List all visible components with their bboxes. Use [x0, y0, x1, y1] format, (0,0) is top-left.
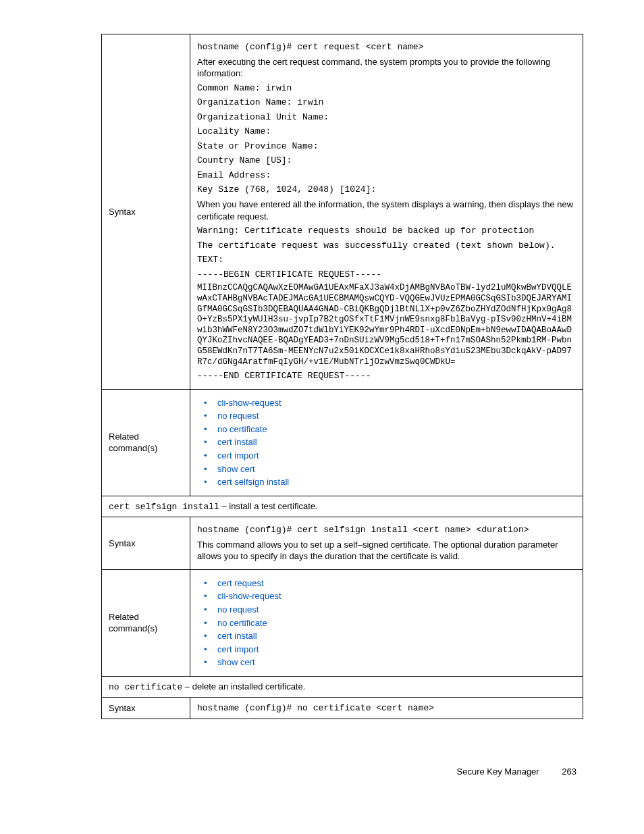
related-link[interactable]: cert import — [212, 449, 576, 463]
cmd-no-certificate: hostname (config)# no certificate <cert … — [197, 703, 434, 713]
row-related-content-2: cert request cli-show-request no request… — [190, 569, 583, 676]
row-related-label-2: Related command(s) — [102, 569, 190, 676]
row-syntax-label-3: Syntax — [102, 698, 190, 719]
prompt-locality: Locality Name: — [197, 126, 576, 138]
cert-body: MIIBnzCCAQgCAQAwXzEOMAwGA1UEAxMFaXJ3aW4x… — [197, 283, 576, 367]
row-syntax-label: Syntax — [102, 34, 190, 390]
section-cmd: no certificate — [109, 682, 182, 692]
desc-selfsign: This command allows you to set up a self… — [197, 539, 576, 563]
section-desc: – delete an installed certificate. — [182, 681, 305, 692]
cert-end: -----END CERTIFICATE REQUEST----- — [197, 370, 576, 382]
prompt-ou-name: Organizational Unit Name: — [197, 111, 576, 124]
page-footer: Secure Key Manager 263 — [101, 766, 583, 777]
related-link[interactable]: show cert — [212, 463, 576, 476]
related-link[interactable]: cert selfsign install — [212, 475, 576, 489]
related-link[interactable]: no certificate — [212, 423, 576, 436]
row-syntax-content-3: hostname (config)# no certificate <cert … — [190, 698, 583, 719]
warning-text: Warning: Certificate requests should be … — [197, 225, 576, 237]
page-number: 263 — [562, 766, 576, 777]
cmd-cert-request: hostname (config)# cert request <cert na… — [197, 41, 576, 53]
related-link[interactable]: no certificate — [212, 617, 576, 630]
related-link[interactable]: cert install — [212, 629, 576, 643]
section-no-certificate: no certificate – delete an installed cer… — [102, 676, 583, 698]
prompt-state: State or Province Name: — [197, 140, 576, 153]
section-cert-selfsign: cert selfsign install – install a test c… — [102, 496, 583, 517]
prompt-country: Country Name [US]: — [197, 155, 576, 167]
related-link[interactable]: cli-show-request — [212, 396, 576, 410]
desc-warning: When you have entered all the informatio… — [197, 199, 576, 222]
prompt-common-name: Common Name: irwin — [197, 82, 576, 95]
prompt-org-name: Organization Name: irwin — [197, 97, 576, 109]
prompt-keysize: Key Size (768, 1024, 2048) [1024]: — [197, 184, 576, 196]
related-link[interactable]: show cert — [212, 656, 576, 669]
cmd-selfsign-install: hostname (config)# cert selfsign install… — [197, 524, 576, 536]
footer-title: Secure Key Manager — [457, 766, 539, 777]
related-link[interactable]: no request — [212, 603, 576, 617]
row-syntax-content-2: hostname (config)# cert selfsign install… — [190, 517, 583, 570]
reference-table: Syntax hostname (config)# cert request <… — [101, 34, 583, 719]
section-cmd: cert selfsign install — [109, 502, 219, 512]
related-link[interactable]: no request — [212, 409, 576, 423]
text-label: TEXT: — [197, 254, 576, 266]
related-link[interactable]: cert import — [212, 643, 576, 656]
section-desc: – install a test certificate. — [219, 501, 318, 511]
desc-after-exec: After executing the cert request command… — [197, 56, 576, 80]
row-related-content-1: cli-show-request no request no certifica… — [190, 389, 583, 496]
row-syntax-content: hostname (config)# cert request <cert na… — [190, 34, 583, 390]
row-syntax-label-2: Syntax — [102, 517, 190, 570]
success-text: The certificate request was successfully… — [197, 240, 576, 252]
cert-begin: -----BEGIN CERTIFICATE REQUEST----- — [197, 269, 576, 281]
related-link[interactable]: cert install — [212, 436, 576, 449]
row-related-label-1: Related command(s) — [102, 389, 190, 496]
related-link[interactable]: cert request — [212, 577, 576, 590]
related-link[interactable]: cli-show-request — [212, 590, 576, 603]
prompt-email: Email Address: — [197, 170, 576, 182]
